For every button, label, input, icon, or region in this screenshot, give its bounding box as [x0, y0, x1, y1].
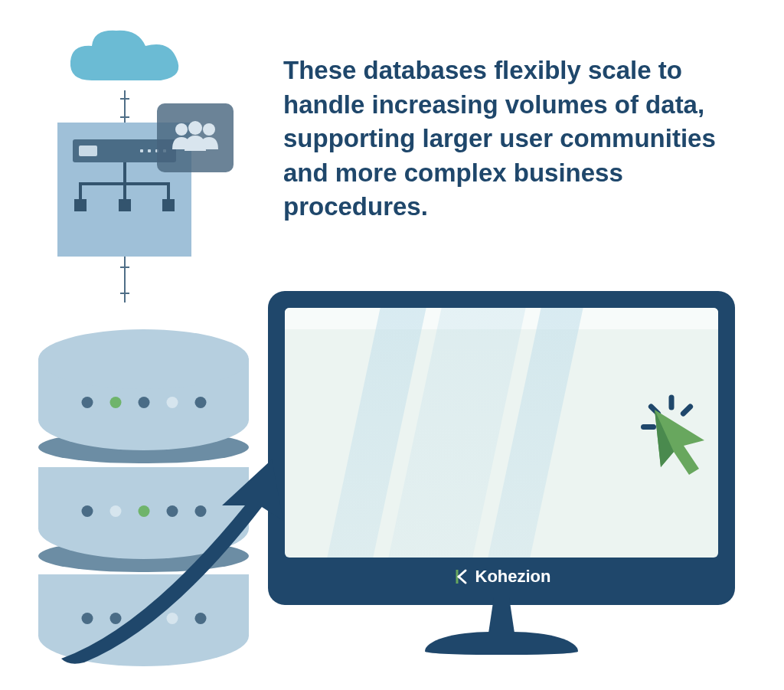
- connector-tick: [120, 267, 129, 268]
- svg-point-0: [175, 123, 188, 136]
- monitor-bezel: Kohezion: [268, 291, 735, 605]
- growth-arrow-icon: [54, 452, 299, 666]
- connector-tick: [120, 98, 129, 100]
- connector-line: [124, 90, 126, 125]
- svg-point-1: [203, 123, 215, 136]
- headline-block: These databases flexibly scale to handle…: [283, 54, 758, 224]
- svg-point-2: [188, 121, 202, 135]
- kohezion-logo-icon: [452, 568, 469, 585]
- people-icon: [157, 103, 234, 172]
- infographic-left-column: [15, 23, 268, 666]
- connector-tick: [120, 293, 129, 294]
- connector-line: [124, 257, 126, 302]
- monitor-base: [425, 632, 578, 655]
- monitor-brand: Kohezion: [268, 567, 735, 587]
- monitor-screen: [285, 308, 718, 558]
- click-cursor-icon: [633, 392, 718, 484]
- brand-name: Kohezion: [475, 567, 551, 587]
- cloud-icon: [61, 23, 191, 96]
- headline-text: These databases flexibly scale to handle…: [283, 54, 758, 224]
- connector-tick: [120, 116, 129, 118]
- monitor-illustration: Kohezion: [268, 291, 735, 659]
